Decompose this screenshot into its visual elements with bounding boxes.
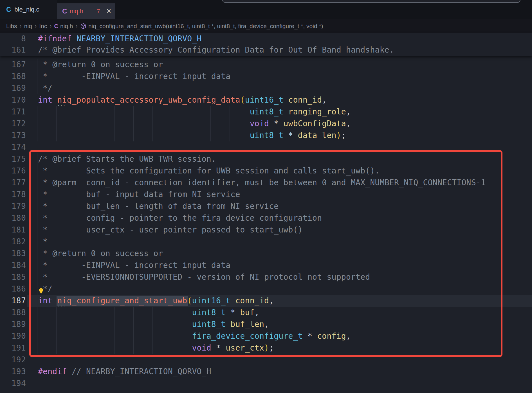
code-line-173[interactable]: 173 uint8_t * data_len);: [0, 130, 532, 141]
line-number[interactable]: 8: [0, 33, 26, 44]
code-line-175[interactable]: 175/* @brief Starts the UWB TWR session.: [0, 153, 532, 165]
code-line-180[interactable]: 180 * config - pointer to the fira devic…: [0, 212, 532, 224]
code-line-184[interactable]: 184 * -EINPVAL - incorrect input data: [0, 259, 532, 271]
line-number[interactable]: 175: [0, 153, 26, 165]
code-line-186[interactable]: 186 */: [0, 283, 532, 295]
line-number[interactable]: 191: [0, 342, 26, 354]
breadcrumb-item[interactable]: Inc: [39, 23, 47, 30]
token-pu: ,: [322, 95, 327, 105]
breadcrumb-label: niq: [24, 23, 32, 30]
line-number[interactable]: 178: [0, 189, 26, 200]
token-ty: uint16_t: [192, 296, 230, 305]
tab-niq-h[interactable]: C niq.h 7 ✕: [57, 3, 115, 19]
code-line-185[interactable]: 185 * -EVERSIONNOTSUPPORTED - version of…: [0, 271, 532, 283]
code-line-174[interactable]: 174: [0, 141, 532, 153]
code-line-183[interactable]: 183 * @return 0 on success or: [0, 248, 532, 259]
indent-guide: [37, 200, 37, 212]
line-number[interactable]: 161: [0, 44, 26, 56]
line-number[interactable]: 194: [0, 378, 26, 389]
line-number[interactable]: 170: [0, 94, 26, 106]
code-line-191[interactable]: 191 void * user_ctx);: [0, 342, 532, 354]
code-line-181[interactable]: 181 * user_ctx - user pointer passed to …: [0, 224, 532, 236]
code-line-192[interactable]: 192: [0, 354, 532, 366]
line-number[interactable]: 193: [0, 366, 26, 378]
token-pa: (: [187, 296, 192, 305]
line-number[interactable]: 183: [0, 248, 26, 259]
code-text: * Sets the configuration for UWB session…: [38, 165, 380, 177]
token-cm: * -EINPVAL - incorrect input data: [38, 72, 230, 81]
line-number[interactable]: 173: [0, 130, 26, 141]
token-pu: [279, 119, 283, 128]
breadcrumb-item[interactable]: niq_configure_and_start_uwb(uint16_t, ui…: [80, 23, 323, 30]
code-line-171[interactable]: 171 uint8_t ranging_role,: [0, 106, 532, 118]
code-editor[interactable]: 167 * @return 0 on success or168 * -EINP…: [0, 33, 532, 393]
symbol-method-cube-icon: [80, 23, 86, 29]
line-number[interactable]: 171: [0, 106, 26, 118]
indent-guide: [37, 307, 37, 319]
code-text: void * user_ctx);: [38, 342, 274, 354]
line-number[interactable]: 168: [0, 71, 26, 82]
indent-guide: [37, 224, 37, 236]
line-number[interactable]: 176: [0, 165, 26, 177]
code-lines: 167 * @return 0 on success or168 * -EINP…: [0, 33, 532, 389]
line-number[interactable]: 190: [0, 330, 26, 342]
code-line-187[interactable]: 187int niq_configure_and_start_uwb(uint1…: [0, 295, 532, 307]
code-line-193[interactable]: 193#endif // NEARBY_INTERACTION_QORVO_H: [0, 366, 532, 378]
line-number[interactable]: 188: [0, 307, 26, 319]
breadcrumb-separator-icon: ›: [20, 22, 22, 30]
token-kw: int: [38, 95, 52, 105]
code-line-169[interactable]: 169 */: [0, 82, 532, 94]
code-line-194[interactable]: 194: [0, 378, 532, 389]
code-line-168[interactable]: 168 * -EINPVAL - incorrect input data: [0, 71, 532, 82]
code-line-190[interactable]: 190 fira_device_configure_t * config,: [0, 330, 532, 342]
line-number[interactable]: 177: [0, 177, 26, 189]
line-number[interactable]: 184: [0, 259, 26, 271]
sticky-line-161[interactable]: 161/* @brief Provides Accessory Configur…: [0, 44, 532, 56]
line-number[interactable]: 167: [0, 59, 26, 71]
code-line-167[interactable]: 167 * @return 0 on success or: [0, 59, 532, 71]
code-line-182[interactable]: 182 *: [0, 236, 532, 248]
breadcrumb-separator-icon: ›: [76, 22, 78, 30]
token-pu: *: [230, 308, 235, 317]
line-number[interactable]: 180: [0, 212, 26, 224]
code-text: *: [38, 236, 48, 248]
token-pu: [226, 308, 230, 317]
line-number[interactable]: 187: [0, 295, 26, 307]
code-line-170[interactable]: 170int niq_populate_accessory_uwb_config…: [0, 94, 532, 106]
code-line-176[interactable]: 176 * Sets the configuration for UWB ses…: [0, 165, 532, 177]
sticky-line-8[interactable]: 8#ifndef NEARBY_INTERACTION_QORVO_H: [0, 33, 532, 44]
token-pu: [52, 95, 57, 105]
token-pu: *: [274, 119, 279, 128]
close-icon[interactable]: ✕: [106, 8, 111, 15]
token-cm: /* @brief Provides Accessory Configurati…: [38, 45, 394, 55]
c-file-icon: C: [6, 6, 11, 13]
token-ty: uint16_t: [245, 95, 284, 105]
line-number[interactable]: 179: [0, 200, 26, 212]
token-pu: [52, 296, 57, 305]
line-number[interactable]: 182: [0, 236, 26, 248]
code-line-179[interactable]: 179 * buf_len - length of data from NI s…: [0, 200, 532, 212]
token-pu: [284, 107, 288, 116]
code-line-189[interactable]: 189 uint8_t buf_len,: [0, 319, 532, 330]
breadcrumb-item[interactable]: Libs: [6, 23, 17, 30]
line-number[interactable]: 186: [0, 283, 26, 295]
token-dir: #endif: [38, 367, 67, 376]
token-pu: *: [307, 331, 312, 341]
line-number[interactable]: 181: [0, 224, 26, 236]
line-number[interactable]: 174: [0, 141, 26, 153]
breadcrumb-item[interactable]: Cniq.h: [54, 23, 73, 30]
code-line-178[interactable]: 178 * buf - input data from NI service: [0, 189, 532, 200]
lightbulb-quickfix-icon[interactable]: [38, 286, 44, 292]
token-cm: * buf - input data from NI service: [38, 190, 240, 199]
line-number[interactable]: 192: [0, 354, 26, 366]
breadcrumb-item[interactable]: niq: [24, 23, 32, 30]
line-number[interactable]: 169: [0, 82, 26, 94]
line-number[interactable]: 189: [0, 319, 26, 330]
code-line-172[interactable]: 172 void * uwbConfigData,: [0, 118, 532, 130]
line-number[interactable]: 172: [0, 118, 26, 130]
token-mac: NEARBY_INTERACTION_QORVO_H: [77, 34, 202, 43]
tab-ble-niq-c[interactable]: C ble_niq.c: [0, 0, 57, 19]
code-line-177[interactable]: 177 * @parm conn_id - connection identif…: [0, 177, 532, 189]
code-line-188[interactable]: 188 uint8_t * buf,: [0, 307, 532, 319]
line-number[interactable]: 185: [0, 271, 26, 283]
